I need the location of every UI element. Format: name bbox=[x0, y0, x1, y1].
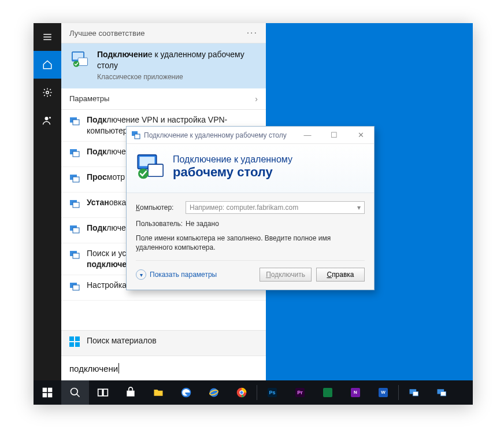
svg-rect-8 bbox=[73, 120, 79, 125]
text-caret bbox=[118, 363, 119, 373]
hamburger-icon[interactable] bbox=[34, 23, 61, 51]
task-view-button[interactable] bbox=[89, 380, 117, 405]
settings-item-icon bbox=[69, 281, 80, 291]
svg-rect-10 bbox=[73, 151, 79, 157]
rdp-titlebar[interactable]: Подключение к удаленному рабочему столу … bbox=[127, 127, 374, 144]
app-icon-3[interactable] bbox=[428, 380, 455, 405]
svg-rect-34 bbox=[48, 393, 53, 398]
svg-rect-24 bbox=[75, 342, 80, 347]
user-label: Пользователь: bbox=[136, 220, 186, 228]
photoshop-icon[interactable]: Ps bbox=[258, 380, 286, 405]
svg-rect-33 bbox=[43, 393, 47, 398]
svg-rect-23 bbox=[69, 342, 74, 347]
svg-rect-37 bbox=[103, 389, 108, 396]
word-icon[interactable]: W bbox=[369, 380, 397, 405]
file-explorer-icon[interactable] bbox=[144, 380, 172, 405]
chevron-down-icon: ▾ bbox=[357, 203, 361, 212]
best-match-title: Подключение к удаленному рабочему столу bbox=[97, 49, 258, 71]
gear-icon[interactable] bbox=[34, 79, 61, 106]
computer-label: Компьютер: bbox=[136, 203, 186, 212]
svg-rect-45 bbox=[413, 391, 418, 396]
svg-rect-14 bbox=[73, 202, 79, 208]
best-match-item[interactable]: Подключение к удаленному рабочему столу … bbox=[61, 43, 266, 88]
svg-rect-26 bbox=[135, 134, 140, 139]
svg-rect-36 bbox=[98, 389, 103, 396]
svg-point-6 bbox=[73, 61, 80, 67]
rdp-title: Подключение к удаленному рабочему столу bbox=[144, 131, 294, 139]
settings-item-icon bbox=[69, 116, 80, 126]
svg-point-0 bbox=[46, 91, 49, 94]
svg-rect-5 bbox=[78, 58, 88, 66]
rdp-dialog: Подключение к удаленному рабочему столу … bbox=[126, 126, 375, 290]
edge-icon[interactable] bbox=[172, 380, 200, 405]
search-input[interactable]: подключени bbox=[69, 364, 118, 373]
svg-point-43 bbox=[240, 391, 243, 394]
chrome-icon[interactable] bbox=[228, 380, 255, 405]
ie-icon[interactable] bbox=[200, 380, 228, 405]
svg-rect-29 bbox=[148, 164, 163, 176]
settings-item-icon bbox=[69, 224, 80, 234]
settings-section-header[interactable]: Параметры › bbox=[61, 88, 266, 110]
computer-placeholder: Например: computer.fabrikam.com bbox=[190, 203, 298, 212]
svg-point-2 bbox=[49, 117, 51, 119]
home-icon[interactable] bbox=[34, 51, 61, 79]
taskbar: Ps Pr N W bbox=[34, 380, 473, 405]
svg-rect-31 bbox=[43, 388, 47, 393]
search-input-row[interactable]: подключени bbox=[61, 356, 266, 380]
expand-down-icon: ▾ bbox=[136, 269, 146, 280]
windows-icon bbox=[69, 336, 80, 347]
svg-rect-18 bbox=[73, 253, 79, 258]
chevron-right-icon: › bbox=[255, 94, 258, 103]
search-button[interactable] bbox=[61, 380, 89, 405]
svg-point-35 bbox=[71, 388, 78, 395]
best-match-subtitle: Классическое приложение bbox=[97, 72, 258, 82]
svg-rect-20 bbox=[73, 285, 79, 290]
rdp-banner-text: Подключение к удаленному рабочему столу bbox=[173, 154, 292, 180]
svg-rect-47 bbox=[440, 391, 446, 396]
onenote-icon[interactable]: N bbox=[342, 380, 369, 405]
user-value: Не задано bbox=[186, 220, 219, 228]
svg-rect-21 bbox=[69, 336, 74, 341]
search-rail bbox=[34, 23, 61, 380]
app-icon-2[interactable] bbox=[400, 380, 428, 405]
minimize-button[interactable]: — bbox=[294, 127, 321, 144]
svg-rect-12 bbox=[73, 177, 79, 182]
svg-rect-16 bbox=[73, 228, 79, 233]
settings-item-icon bbox=[69, 173, 80, 183]
connect-button[interactable]: Подключить bbox=[260, 268, 312, 282]
best-match-header: Лучшее соответствие ··· bbox=[61, 23, 266, 43]
svg-rect-22 bbox=[75, 336, 80, 341]
premiere-icon[interactable]: Pr bbox=[286, 380, 314, 405]
rdp-banner-icon bbox=[136, 152, 166, 182]
rdp-app-icon bbox=[69, 49, 90, 70]
settings-item-icon bbox=[69, 249, 80, 260]
store-icon[interactable] bbox=[117, 380, 144, 405]
close-button[interactable]: ✕ bbox=[347, 127, 374, 144]
show-options-link[interactable]: ▾ Показать параметры bbox=[136, 269, 217, 280]
svg-rect-32 bbox=[48, 388, 53, 393]
best-match-label: Лучшее соответствие bbox=[69, 29, 144, 38]
rdp-help-text: Поле имени компьютера не заполнено. Введ… bbox=[136, 234, 365, 252]
settings-item-icon bbox=[69, 147, 80, 158]
svg-point-1 bbox=[45, 117, 49, 120]
person-icon[interactable] bbox=[34, 106, 61, 134]
help-button[interactable]: Справка bbox=[316, 268, 365, 282]
computer-combobox[interactable]: Например: computer.fabrikam.com ▾ bbox=[186, 201, 365, 214]
settings-item-icon bbox=[69, 198, 80, 209]
start-button[interactable] bbox=[34, 380, 61, 405]
rdp-banner: Подключение к удаленному рабочему столу bbox=[127, 144, 374, 193]
materials-item[interactable]: Поиск материалов bbox=[61, 330, 266, 356]
maximize-button[interactable]: ☐ bbox=[321, 127, 347, 144]
rdp-titlebar-icon bbox=[131, 131, 140, 140]
app-icon-1[interactable] bbox=[314, 380, 342, 405]
more-icon[interactable]: ··· bbox=[247, 28, 258, 38]
